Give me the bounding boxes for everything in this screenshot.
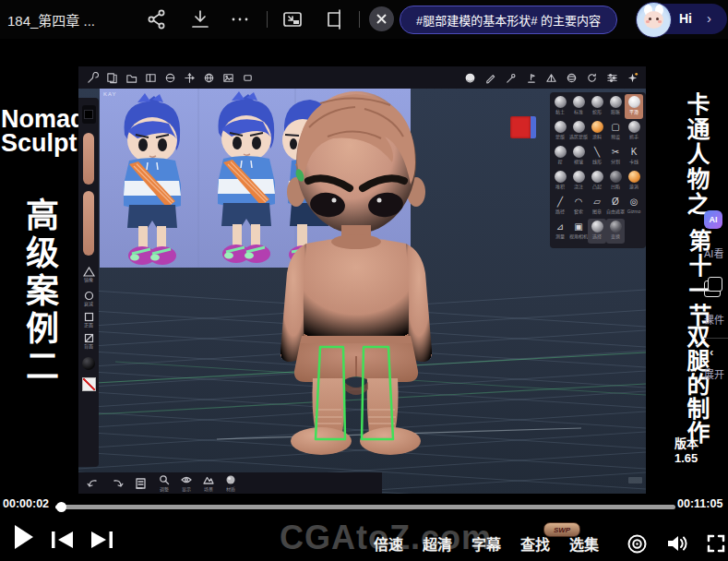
tool-标准[interactable]: 标准: [569, 94, 588, 119]
tool-视角相机[interactable]: ▣视角相机: [569, 219, 588, 244]
tool-膨胀[interactable]: 膨胀: [606, 94, 625, 119]
globe-icon[interactable]: [203, 72, 215, 84]
menu-button-查找[interactable]: 查找: [520, 532, 550, 555]
sphere-icon: [555, 121, 567, 133]
pip-icon[interactable]: [281, 8, 304, 30]
menu-button-超清[interactable]: 超清: [423, 532, 452, 555]
menu-button-选集[interactable]: 选集: [569, 532, 599, 555]
left-vertical-title: 高级案例二: [15, 197, 63, 387]
menu-button-倍速[interactable]: 倍速: [374, 532, 403, 555]
tool-套索[interactable]: ◠套索: [569, 194, 588, 219]
record-screen-icon[interactable]: [627, 533, 648, 555]
tool-选择[interactable]: 选择: [588, 219, 606, 244]
tool-选区蒙版[interactable]: 选区蒙版: [569, 119, 588, 144]
menu-button-字幕[interactable]: 字幕: [471, 532, 501, 555]
wrench-icon[interactable]: [87, 72, 99, 84]
rotate-view-icon[interactable]: [586, 72, 598, 84]
previous-button[interactable]: [51, 531, 75, 549]
line-icon: ╲: [588, 146, 606, 158]
close-icon[interactable]: [369, 6, 394, 31]
folder-icon[interactable]: [125, 72, 137, 84]
sculpt-canvas[interactable]: KAY: [78, 89, 646, 494]
sphere-icon: [573, 121, 585, 133]
chevron-right-icon: ›: [707, 10, 711, 26]
tool-预设[interactable]: ▢预设: [606, 119, 625, 144]
tool-抓手[interactable]: 抓手: [625, 119, 643, 144]
sphere-icon[interactable]: [164, 72, 176, 84]
image-icon[interactable]: [222, 72, 234, 84]
wireframe-sphere-icon[interactable]: [566, 72, 578, 84]
tool-蛇形[interactable]: 蛇形: [588, 94, 606, 119]
assistant-pill[interactable]: Hi ›: [637, 4, 727, 34]
ai-watch-widget[interactable]: AI AI看: [704, 210, 728, 260]
visibility-tool[interactable]: 显示: [181, 474, 192, 493]
layers-list-icon[interactable]: [135, 477, 148, 490]
tool-图章[interactable]: ▱图章: [588, 194, 606, 219]
brush-intensity-slider[interactable]: [83, 191, 94, 256]
next-button[interactable]: [90, 531, 113, 549]
settings-sliders-icon[interactable]: [606, 72, 618, 84]
adjust-tool[interactable]: 调整: [159, 474, 170, 493]
tool-堆积[interactable]: 堆积: [551, 169, 569, 194]
tool-平滑[interactable]: 平滑: [625, 94, 643, 119]
front-faces-icon[interactable]: [84, 312, 94, 322]
tool-Gizmo[interactable]: ◎Gizmo: [625, 194, 643, 219]
share-icon[interactable]: [146, 8, 168, 30]
no-material-swatch[interactable]: [82, 377, 96, 391]
redo-icon[interactable]: [111, 477, 124, 490]
tool-label: 变换: [606, 233, 625, 240]
scene-tool[interactable]: 场景: [203, 474, 214, 493]
move-axis-icon[interactable]: [184, 72, 196, 84]
tool-浇注[interactable]: 浇注: [569, 169, 588, 194]
mini-player-icon[interactable]: [323, 8, 345, 30]
progress-knob[interactable]: [56, 502, 66, 512]
tool-自由遮罩[interactable]: Ø自由遮罩: [606, 194, 625, 219]
scissors-icon: ✂: [606, 146, 625, 158]
tool-分割[interactable]: ✂分割: [606, 144, 625, 169]
pencil-icon[interactable]: [484, 72, 496, 84]
topbar-divider: [267, 11, 268, 28]
eyedropper-icon[interactable]: [505, 72, 517, 84]
tool-褶皱[interactable]: 褶皱: [569, 144, 588, 169]
tool-线形[interactable]: ╲线形: [588, 144, 606, 169]
tool-凸起[interactable]: 凸起: [588, 169, 606, 194]
expand-widget[interactable]: ‹ 展开: [704, 345, 728, 381]
view-orientation-cube[interactable]: [510, 116, 536, 138]
tool-蒙版[interactable]: 蒙版: [551, 119, 569, 144]
falloff-icon[interactable]: [84, 291, 94, 301]
material-tool[interactable]: 材质: [225, 474, 236, 493]
play-button[interactable]: [14, 525, 34, 549]
matcap-ball-icon[interactable]: [464, 72, 476, 84]
tool-涂料[interactable]: 涂料: [588, 119, 606, 144]
courseware-widget[interactable]: 课件: [704, 280, 728, 327]
download-icon[interactable]: [189, 8, 211, 30]
layout-icon[interactable]: [145, 72, 157, 84]
topic-pill[interactable]: #腿部建模的基本形状# 的主要内容: [400, 6, 617, 34]
magic-sparkle-icon[interactable]: [627, 72, 638, 84]
tool-黏土[interactable]: 黏土: [551, 94, 569, 119]
color-swatch[interactable]: [82, 105, 96, 124]
tool-卡线[interactable]: K卡线: [625, 144, 643, 169]
tool-变换[interactable]: 变换: [606, 219, 625, 244]
tool-捏[interactable]: 捏: [551, 144, 569, 169]
volume-icon[interactable]: [666, 533, 688, 554]
brush-size-slider[interactable]: [83, 133, 94, 185]
lasso-icon: ◠: [569, 196, 588, 208]
tool-凹陷[interactable]: 凹陷: [606, 169, 625, 194]
tool-漩涡[interactable]: 漩涡: [625, 169, 643, 194]
fullscreen-icon[interactable]: [707, 534, 725, 553]
material-ball-icon[interactable]: [82, 357, 95, 370]
tool-测量[interactable]: ⊿测量: [551, 219, 569, 244]
ruler-icon: ⊿: [551, 221, 569, 233]
undo-icon[interactable]: [87, 477, 100, 490]
progress-bar[interactable]: [55, 505, 675, 509]
more-icon[interactable]: [229, 8, 251, 30]
back-faces-icon[interactable]: [84, 333, 94, 343]
mirror-triangle-icon[interactable]: [545, 72, 557, 84]
tool-路径[interactable]: ╱路径: [551, 194, 569, 219]
frame-icon[interactable]: [242, 72, 254, 84]
mirror-icon[interactable]: [83, 267, 95, 277]
stamp-icon[interactable]: [525, 72, 537, 84]
assistant-label: Hi: [679, 11, 692, 26]
files-icon[interactable]: [106, 72, 118, 84]
